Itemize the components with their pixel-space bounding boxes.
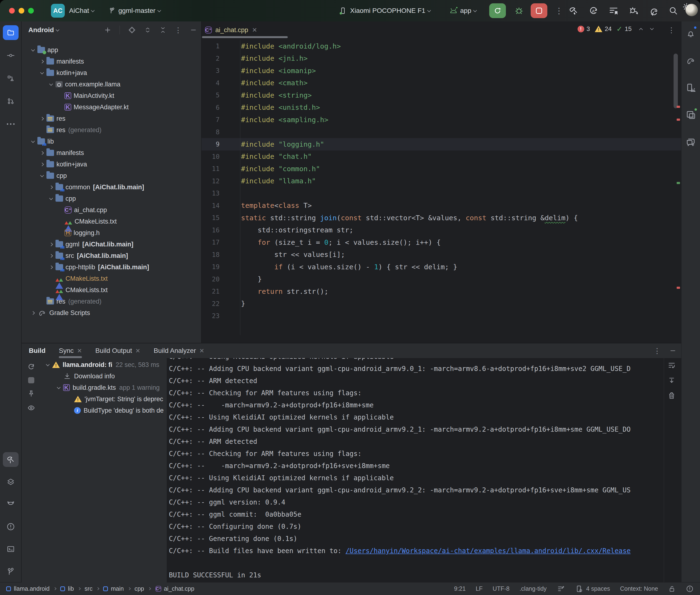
- clear-console-icon[interactable]: [668, 392, 676, 400]
- chevron-expanded-icon[interactable]: [46, 362, 50, 366]
- build-hammer-icon[interactable]: [568, 5, 579, 16]
- error-stripe-mark[interactable]: [677, 119, 680, 121]
- chevron-collapsed-icon[interactable]: [40, 162, 44, 166]
- problems-tool-icon[interactable]: [3, 519, 19, 534]
- build-panel-options-icon[interactable]: ⋮: [653, 347, 661, 355]
- code-line-5[interactable]: 5#include <string>: [201, 89, 681, 102]
- code-line-18[interactable]: 18 str << values[i];: [201, 249, 681, 261]
- breadcrumb-item[interactable]: llama.android: [6, 585, 50, 592]
- gemini-chat-icon[interactable]: [683, 135, 699, 149]
- rerun-button[interactable]: [489, 3, 506, 18]
- chevron-collapsed-icon[interactable]: [49, 265, 53, 269]
- breadcrumb-item[interactable]: cpp: [135, 585, 144, 592]
- code-line-11[interactable]: 11#include "common.h": [201, 163, 681, 175]
- device-manager-icon[interactable]: [683, 81, 699, 95]
- indent-widget-icon[interactable]: [557, 585, 565, 593]
- build-tool-icon[interactable]: [3, 452, 19, 467]
- sync-tree-item[interactable]: iBuildType 'debug' is both de: [40, 405, 167, 416]
- breadcrumb-item[interactable]: src: [85, 585, 92, 592]
- device-selector[interactable]: Xiaomi POCOPHONE F1: [339, 7, 432, 15]
- sync-tree-item[interactable]: !'jvmTarget: String' is deprec: [40, 393, 167, 405]
- macos-zoom-button[interactable]: [28, 8, 34, 13]
- re-sync-icon[interactable]: [27, 362, 35, 371]
- code-line-23[interactable]: 23: [201, 310, 681, 322]
- highlight-level-icon[interactable]: [686, 585, 694, 593]
- chevron-collapsed-icon[interactable]: [31, 311, 35, 315]
- code-line-1[interactable]: 1#include <android/log.h>: [201, 40, 681, 52]
- pin-icon[interactable]: [27, 390, 35, 398]
- sync-tree-item[interactable]: Download info: [40, 370, 167, 382]
- version-control-tool-icon[interactable]: [3, 564, 19, 579]
- code-line-17[interactable]: 17 for (size_t i = 0; i < values.size();…: [201, 236, 681, 249]
- code-line-6[interactable]: 6#include <unistd.h>: [201, 102, 681, 114]
- change-stripe-mark[interactable]: [677, 182, 680, 184]
- collapse-all-icon[interactable]: [159, 26, 167, 34]
- more-tools-icon[interactable]: [3, 117, 19, 132]
- tree-item-messageadapter-kt[interactable]: KMessageAdapter.kt: [22, 102, 201, 113]
- filter-eye-icon[interactable]: [27, 404, 36, 412]
- tree-item-lib[interactable]: lib: [22, 136, 201, 147]
- soft-wrap-icon[interactable]: [668, 361, 676, 369]
- profiler-tool-icon[interactable]: [3, 475, 19, 489]
- chevron-expanded-icon[interactable]: [49, 82, 53, 86]
- gradle-sync-icon[interactable]: [648, 5, 659, 16]
- apply-changes-icon[interactable]: A: [588, 5, 599, 16]
- code-line-16[interactable]: 16 std::ostringstream str;: [201, 224, 681, 236]
- branch-selector[interactable]: ggml-master: [108, 7, 162, 15]
- tree-item-kotlin-java[interactable]: kotlin+java: [22, 67, 201, 79]
- hide-panel-icon[interactable]: [190, 26, 197, 34]
- editor-scrollbar-thumb[interactable]: [674, 54, 678, 108]
- search-everywhere-icon[interactable]: [668, 6, 678, 16]
- unlock-icon[interactable]: [668, 585, 676, 593]
- status-utf-8[interactable]: UTF-8: [493, 585, 509, 592]
- code-line-13[interactable]: 13: [201, 187, 681, 200]
- status-context-none[interactable]: Context: None: [620, 585, 658, 592]
- gradle-tool-icon[interactable]: [683, 53, 699, 68]
- build-tab-sync[interactable]: Sync✕: [59, 343, 82, 358]
- build-tab-build-output[interactable]: Build Output✕: [95, 343, 140, 358]
- status-lf[interactable]: LF: [476, 585, 482, 592]
- code-line-2[interactable]: 2#include <jni.h>: [201, 52, 681, 65]
- stop-button[interactable]: [531, 3, 547, 18]
- editor-options-icon[interactable]: ⋮: [668, 26, 675, 34]
- tree-item-ggml[interactable]: ggml[AiChat.lib.main]: [22, 238, 201, 250]
- chevron-expanded-icon[interactable]: [40, 173, 44, 177]
- locate-file-icon[interactable]: [128, 26, 136, 34]
- code-line-20[interactable]: 20 }: [201, 273, 681, 285]
- sync-tree-item[interactable]: !llama.android: fi22 sec, 583 ms: [40, 359, 167, 370]
- sync-tree-item[interactable]: Kbuild.gradle.ktsapp 1 warning: [40, 382, 167, 393]
- tree-item-manifests[interactable]: manifests: [22, 56, 201, 67]
- tree-item-manifests[interactable]: manifests: [22, 147, 201, 159]
- notifications-bell-icon[interactable]: [683, 26, 699, 41]
- project-selector[interactable]: AiChat: [69, 7, 95, 15]
- run-config-selector[interactable]: app: [449, 7, 478, 15]
- tree-item-src[interactable]: src[AiChat.lib.main]: [22, 250, 201, 261]
- tree-item-cmakelists-txt[interactable]: CMakeLists.txt: [22, 216, 201, 227]
- close-tab-icon[interactable]: ✕: [252, 26, 257, 34]
- error-stripe-mark[interactable]: [677, 106, 680, 108]
- project-view-selector[interactable]: Android: [28, 26, 60, 34]
- tree-item-common[interactable]: common[AiChat.lib.main]: [22, 181, 201, 193]
- chevron-collapsed-icon[interactable]: [40, 59, 44, 63]
- debug-button[interactable]: [514, 6, 524, 16]
- editor-tab-ai-chat-cpp[interactable]: C⁺ ai_chat.cpp ✕: [205, 26, 257, 34]
- attach-debugger-icon[interactable]: [628, 5, 639, 16]
- breadcrumb-item[interactable]: C⁺ai_chat.cpp: [155, 585, 194, 592]
- tree-item-cpp-httplib[interactable]: cpp-httplib[AiChat.lib.main]: [22, 261, 201, 273]
- chevron-collapsed-icon[interactable]: [49, 254, 53, 258]
- add-icon[interactable]: [104, 26, 111, 34]
- breadcrumb-item[interactable]: main: [103, 585, 123, 592]
- tree-item-app[interactable]: app: [22, 44, 201, 56]
- tree-item-com-example-llama[interactable]: com.example.llama: [22, 79, 201, 90]
- expand-all-icon[interactable]: [144, 26, 151, 34]
- chevron-collapsed-icon[interactable]: [40, 117, 44, 120]
- breadcrumb-item[interactable]: lib: [60, 585, 74, 592]
- code-line-14[interactable]: 14template<class T>: [201, 200, 681, 212]
- user-avatar[interactable]: [685, 4, 698, 16]
- pull-requests-tool-icon[interactable]: [3, 94, 19, 109]
- code-line-9[interactable]: 9#include "logging.h": [201, 138, 681, 150]
- chevron-expanded-icon[interactable]: [57, 385, 60, 389]
- code-line-8[interactable]: 8: [201, 126, 681, 138]
- prev-problem-icon[interactable]: [638, 26, 644, 32]
- close-tab-icon[interactable]: ✕: [77, 347, 82, 354]
